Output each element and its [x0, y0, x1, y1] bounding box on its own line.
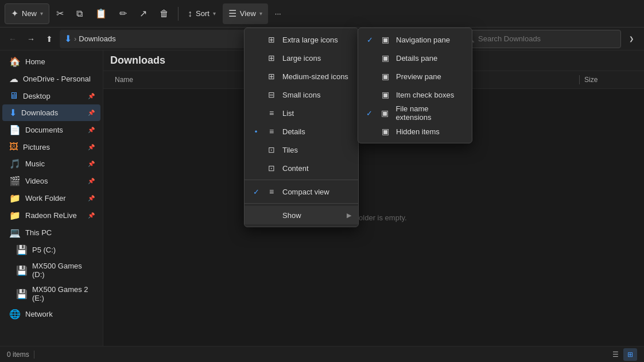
sidebar-label-videos: Videos	[25, 177, 83, 185]
sidebar-item-music[interactable]: 🎵 Music 📌	[2, 155, 100, 172]
menu-item-details[interactable]: • ≡ Details	[245, 122, 358, 141]
menu-item-tiles[interactable]: ⊡ Tiles	[245, 141, 358, 159]
more-button[interactable]: ···	[269, 3, 287, 24]
sidebar-item-p5c[interactable]: 💾 P5 (C:)	[2, 242, 100, 258]
hidden-items-label: Hidden items	[396, 127, 440, 136]
preview-pane-icon: ▣	[380, 72, 390, 81]
menu-item-medium-icons[interactable]: ⊞ Medium-sized icons	[245, 67, 358, 85]
desktop-icon: 🖥	[9, 91, 18, 101]
downloads-icon: ⬇	[9, 107, 17, 118]
sort-icon: ↕	[188, 9, 192, 19]
sidebar-item-mx500d[interactable]: 💾 MX500 Games (D:)	[2, 259, 100, 282]
breadcrumb-separator: ›	[74, 34, 76, 43]
compact-label: Compact view	[282, 188, 351, 196]
sidebar-label-mx500d: MX500 Games (D:)	[32, 262, 95, 279]
menu-item-list[interactable]: ≡ List	[245, 104, 358, 122]
up-button[interactable]: ⬆	[41, 31, 57, 47]
list-label: List	[282, 109, 351, 118]
copy-button[interactable]: ⧉	[71, 3, 88, 24]
compact-icon: ≡	[266, 187, 277, 196]
sidebar-label-documents: Documents	[25, 126, 83, 134]
sidebar-item-documents[interactable]: 📄 Documents 📌	[2, 122, 100, 138]
hidden-items-icon: ▣	[380, 127, 390, 136]
sidebar-item-thispc[interactable]: 💻 This PC	[2, 224, 100, 241]
menu-item-extra-large-icons[interactable]: ⊞ Extra large icons	[245, 30, 358, 49]
search-input[interactable]	[478, 34, 616, 43]
details-icon: ≡	[266, 127, 277, 136]
sidebar-item-desktop[interactable]: 🖥 Desktop 📌	[2, 88, 100, 104]
item-checkboxes-icon: ▣	[380, 90, 390, 99]
submenu-item-details-pane[interactable]: ▣ Details pane	[358, 49, 472, 67]
cut-button[interactable]: ✂	[51, 3, 69, 24]
sidebar-label-music: Music	[25, 159, 83, 168]
delete-button[interactable]: 🗑	[154, 3, 174, 24]
extra-large-icon: ⊞	[266, 35, 277, 44]
onedrive-icon: ☁	[9, 73, 18, 84]
menu-divider-1	[245, 180, 358, 180]
share-button[interactable]: ↗	[134, 3, 153, 24]
menu-item-compact-view[interactable]: ✓ ≡ Compact view	[245, 182, 358, 201]
column-size[interactable]: Size	[580, 73, 637, 86]
menu-item-show[interactable]: Show ▶	[245, 206, 358, 224]
expand-button[interactable]: ❯	[623, 31, 639, 47]
toolbar-sep-1	[178, 7, 179, 21]
sort-button[interactable]: ↕ Sort ▾	[182, 3, 222, 24]
sidebar-label-mx500e: MX500 Games 2 (E:)	[32, 285, 95, 302]
sidebar-item-network[interactable]: 🌐 Network	[2, 306, 100, 322]
large-icons-view-button[interactable]: ⊞	[623, 348, 637, 361]
documents-icon: 📄	[9, 124, 21, 135]
sidebar-item-mx500e[interactable]: 💾 MX500 Games 2 (E:)	[2, 282, 100, 305]
details-view-button[interactable]: ☰	[608, 348, 622, 361]
submenu-item-file-extensions[interactable]: ✓ ▣ File name extensions	[358, 104, 472, 122]
pin-icon-music: 📌	[88, 161, 95, 167]
forward-button[interactable]: →	[23, 31, 39, 47]
submenu-item-hidden-items[interactable]: ▣ Hidden items	[358, 122, 472, 141]
submenu-item-navigation-pane[interactable]: ✓ ▣ Navigation pane	[358, 30, 472, 49]
new-chevron: ▾	[40, 10, 43, 17]
copy-icon: ⧉	[76, 9, 83, 19]
nav-pane-icon: ▣	[380, 35, 390, 44]
extra-large-label: Extra large icons	[282, 36, 351, 44]
paste-button[interactable]: 📋	[90, 3, 112, 24]
sidebar-label-workfolder: Work Folder	[25, 194, 83, 203]
menu-item-large-icons[interactable]: ⊞ Large icons	[245, 49, 358, 67]
pin-icon-pictures: 📌	[88, 144, 95, 150]
sort-chevron: ▾	[213, 10, 216, 17]
view-label: View	[240, 9, 256, 18]
show-submenu: ✓ ▣ Navigation pane ▣ Details pane ▣ Pre…	[358, 28, 472, 143]
item-checkboxes-label: Item check boxes	[396, 91, 454, 99]
tiles-label: Tiles	[282, 146, 351, 154]
toolbar: ✦ New ▾ ✂ ⧉ 📋 ✏ ↗ 🗑 ↕ Sort ▾ ☰ View ▾ ··…	[0, 0, 644, 28]
sidebar-item-downloads[interactable]: ⬇ Downloads 📌	[2, 104, 100, 121]
details-pane-label: Details pane	[396, 54, 437, 63]
view-button[interactable]: ☰ View ▾	[223, 3, 268, 24]
large-icon: ⊞	[266, 53, 277, 63]
sidebar-item-onedrive[interactable]: ☁ OneDrive - Personal	[2, 71, 100, 87]
rename-button[interactable]: ✏	[114, 3, 133, 24]
list-icon: ≡	[266, 108, 277, 118]
menu-divider-2	[245, 203, 358, 204]
pin-icon-downloads: 📌	[88, 110, 95, 116]
sidebar-item-workfolder[interactable]: 📁 Work Folder 📌	[2, 190, 100, 207]
more-label: ···	[275, 9, 281, 18]
search-box[interactable]: 🔍	[460, 30, 621, 48]
view-dropdown-menu: ⊞ Extra large icons ⊞ Large icons ⊞ Medi…	[244, 28, 359, 227]
submenu-item-preview-pane[interactable]: ▣ Preview pane	[358, 67, 472, 85]
breadcrumb-folder-icon: ⬇	[64, 33, 72, 44]
menu-item-small-icons[interactable]: ⊟ Small icons	[245, 85, 358, 104]
sidebar-item-pictures[interactable]: 🖼 Pictures 📌	[2, 139, 100, 155]
back-button[interactable]: ←	[5, 31, 21, 47]
check-details: •	[251, 127, 261, 136]
sidebar-item-home[interactable]: 🏠 Home	[2, 53, 100, 70]
menu-item-content[interactable]: ⊡ Content	[245, 159, 358, 177]
sidebar-label-onedrive: OneDrive - Personal	[23, 75, 95, 83]
cut-icon: ✂	[56, 8, 64, 19]
drive-p5-icon: 💾	[16, 244, 28, 255]
submenu-item-item-checkboxes[interactable]: ▣ Item check boxes	[358, 85, 472, 104]
home-icon: 🏠	[9, 56, 21, 67]
page-title: Downloads	[110, 55, 165, 67]
new-button[interactable]: ✦ New ▾	[5, 3, 49, 24]
sidebar-label-downloads: Downloads	[21, 108, 83, 117]
sidebar-item-videos[interactable]: 🎬 Videos 📌	[2, 173, 100, 189]
sidebar-item-radeon[interactable]: 📁 Radeon ReLive 📌	[2, 207, 100, 224]
